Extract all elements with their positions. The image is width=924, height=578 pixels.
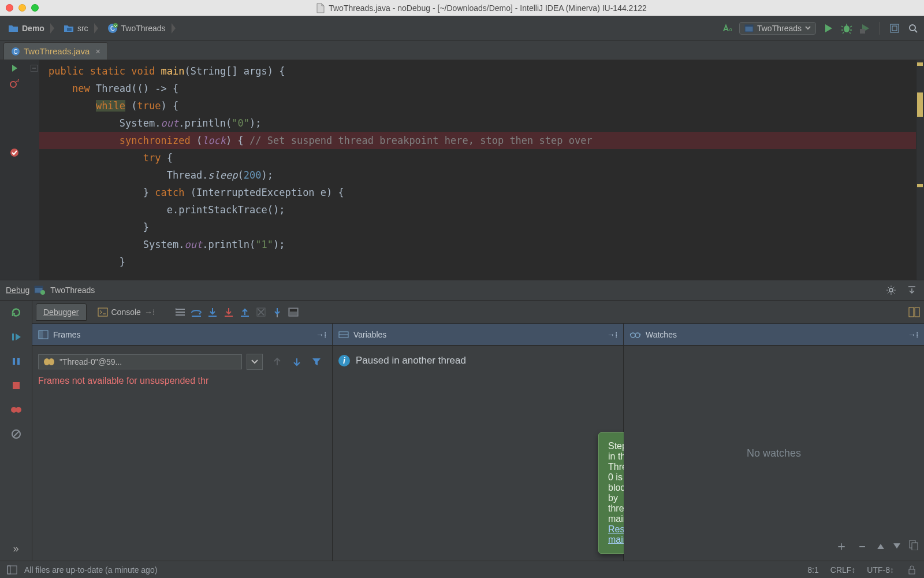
next-frame-button[interactable]: [290, 355, 303, 368]
thread-selector[interactable]: "Thread-0"@59...: [38, 354, 242, 369]
panel-options-button[interactable]: →⁞: [607, 330, 617, 339]
svg-point-3: [113, 23, 118, 28]
traffic-lights: [6, 4, 39, 12]
filter-button[interactable]: [310, 355, 323, 368]
restore-layout-button[interactable]: [908, 306, 921, 318]
rerun-button[interactable]: [10, 306, 23, 319]
watches-panel-header[interactable]: Watches →⁞: [624, 324, 924, 346]
stop-button[interactable]: [10, 379, 23, 392]
make-project-button[interactable]: 01: [721, 22, 733, 35]
folder-icon: [8, 24, 18, 33]
run-to-cursor-button[interactable]: [271, 306, 284, 318]
project-structure-button[interactable]: [888, 22, 901, 35]
breadcrumb-label: Demo: [22, 24, 44, 33]
svg-rect-0: [67, 28, 72, 31]
watches-panel: Watches →⁞ No watches ＋ －: [624, 324, 924, 561]
breakpoint-icon[interactable]: [9, 147, 20, 158]
resume-button[interactable]: [10, 331, 23, 343]
add-watch-button[interactable]: ＋: [835, 538, 848, 555]
error-stripe[interactable]: [916, 60, 924, 280]
watches-empty-label: No watches ＋ －: [624, 346, 924, 561]
settings-button[interactable]: [885, 284, 897, 297]
breadcrumb-class[interactable]: C TwoThreads: [104, 21, 181, 35]
prev-frame-button[interactable]: [271, 355, 284, 368]
frames-panel-header[interactable]: Frames →⁞: [32, 324, 332, 346]
close-tab-button[interactable]: ×: [95, 46, 100, 56]
watches-toolbar: ＋ －: [835, 538, 918, 555]
hide-button[interactable]: [906, 284, 918, 297]
debug-button[interactable]: [840, 22, 853, 35]
svg-text:01: 01: [729, 27, 732, 32]
debugger-tab[interactable]: Debugger: [36, 303, 87, 321]
source-folder-icon: [64, 24, 74, 33]
move-up-watch-button[interactable]: [877, 540, 885, 553]
toolwindows-quick-access-button[interactable]: [6, 564, 18, 576]
drop-frame-button[interactable]: [255, 306, 267, 318]
variables-panel-header[interactable]: Variables →⁞: [333, 324, 623, 346]
svg-rect-36: [39, 331, 43, 339]
variables-paused-msg: i Paused in another thread: [338, 355, 617, 366]
show-execution-point-button[interactable]: [174, 306, 187, 318]
fold-column[interactable]: [29, 60, 39, 280]
line-separator-selector[interactable]: CRLF↕: [830, 565, 856, 575]
macos-titlebar: TwoThreads.java - noDebug - [~/Downloads…: [0, 0, 924, 16]
code-editor[interactable]: public static void main(String[] args) {…: [39, 60, 924, 280]
warning-marker[interactable]: [917, 62, 923, 66]
debug-toolwindow-header[interactable]: Debug TwoThreads: [0, 280, 924, 301]
minimize-window-button[interactable]: [18, 4, 26, 12]
remove-watch-button[interactable]: －: [856, 538, 869, 555]
view-breakpoints-button[interactable]: [10, 403, 23, 416]
chevron-right-icon: [50, 23, 54, 34]
gutter[interactable]: [0, 60, 29, 280]
breadcrumb-src[interactable]: src: [60, 21, 104, 35]
console-icon: [98, 307, 108, 317]
run-coverage-button[interactable]: [859, 22, 871, 35]
encoding-selector[interactable]: UTF-8↕: [867, 565, 894, 575]
readonly-toggle[interactable]: [906, 564, 918, 576]
variables-panel-title: Variables: [353, 330, 386, 339]
run-config-selector[interactable]: TwoThreads: [739, 22, 816, 35]
chevron-down-icon: [805, 26, 811, 31]
gear-icon: [886, 285, 896, 295]
step-over-button[interactable]: [190, 306, 203, 318]
filter-icon: [312, 357, 321, 366]
evaluate-button[interactable]: [287, 306, 300, 318]
caret-position[interactable]: 8:1: [807, 565, 818, 575]
svg-rect-18: [35, 286, 43, 288]
step-out-button[interactable]: [239, 306, 251, 318]
search-everywhere-button[interactable]: [907, 22, 919, 35]
frames-panel-title: Frames: [53, 330, 80, 339]
console-tab[interactable]: Console →⁞: [90, 303, 162, 321]
application-icon: [744, 24, 754, 33]
breadcrumb-project[interactable]: Demo: [5, 21, 60, 35]
thread-dropdown-button[interactable]: [247, 354, 263, 370]
panel-options-button[interactable]: →⁞: [316, 330, 326, 339]
svg-rect-22: [13, 358, 15, 365]
editor-tab-twothreads[interactable]: C TwoThreads.java ×: [3, 42, 108, 60]
svg-point-11: [910, 25, 915, 31]
move-down-watch-button[interactable]: [893, 540, 901, 553]
mute-breakpoints-button[interactable]: [10, 428, 23, 440]
svg-rect-32: [290, 309, 297, 312]
svg-rect-43: [912, 543, 918, 550]
run-button[interactable]: [822, 22, 834, 35]
force-step-into-button[interactable]: [222, 306, 235, 318]
more-button[interactable]: »: [10, 542, 23, 555]
highlight-marker[interactable]: [917, 184, 923, 187]
chevron-right-icon: [172, 23, 176, 34]
highlight-marker[interactable]: [917, 92, 923, 117]
svg-rect-45: [8, 566, 10, 574]
copy-watch-button[interactable]: [909, 540, 918, 553]
panel-options-button[interactable]: →⁞: [908, 330, 918, 339]
pause-button[interactable]: [10, 355, 23, 368]
zoom-window-button[interactable]: [31, 4, 39, 12]
step-into-button[interactable]: [206, 306, 219, 318]
fold-icon[interactable]: [31, 65, 38, 72]
lock-icon: [908, 565, 916, 575]
editor-tab-label: TwoThreads.java: [24, 46, 90, 56]
method-exit-icon[interactable]: [9, 77, 20, 89]
svg-rect-30: [277, 314, 278, 317]
run-gutter-icon[interactable]: [9, 62, 20, 74]
close-window-button[interactable]: [6, 4, 13, 12]
svg-rect-33: [909, 307, 914, 317]
